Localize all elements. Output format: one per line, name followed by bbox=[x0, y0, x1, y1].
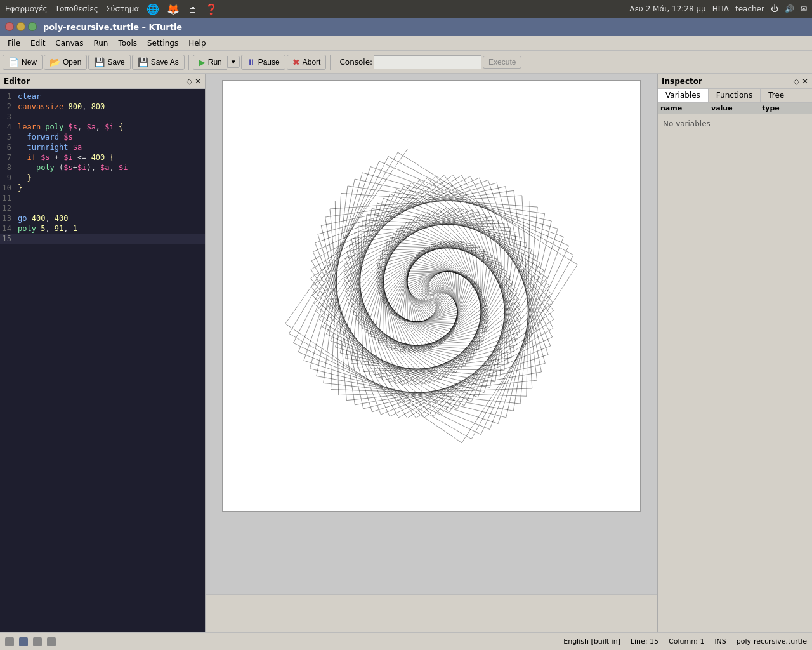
firefox-icon[interactable]: 🦊 bbox=[167, 3, 180, 15]
svg-line-388 bbox=[388, 157, 573, 255]
svg-line-168 bbox=[396, 331, 487, 350]
new-button[interactable]: 📄 New bbox=[3, 55, 43, 70]
line-content-4: learn poly $s, $a, $i { bbox=[15, 122, 205, 132]
svg-line-344 bbox=[318, 183, 497, 234]
tab-variables[interactable]: Variables bbox=[658, 89, 709, 102]
main-area: Editor ◇ ✕ 1 clear 2 canvassize 800, 800… bbox=[0, 74, 812, 632]
pause-icon: ⏸ bbox=[247, 57, 256, 67]
line-number-14: 14 bbox=[0, 223, 15, 234]
run-dropdown-button[interactable]: ▼ bbox=[227, 56, 240, 68]
run-button[interactable]: ▶ Run bbox=[193, 55, 227, 70]
menu-edit[interactable]: Edit bbox=[25, 37, 50, 49]
volume-icon[interactable]: 🔊 bbox=[785, 4, 794, 13]
svg-line-302 bbox=[457, 270, 544, 409]
inspector-tabs: Variables Functions Tree bbox=[658, 89, 812, 103]
svg-line-317 bbox=[436, 176, 553, 302]
close-button[interactable] bbox=[5, 22, 14, 31]
app-menu-system[interactable]: Σύστημα bbox=[106, 4, 140, 13]
power-icon[interactable]: ⏻ bbox=[771, 4, 778, 13]
svg-line-322 bbox=[416, 310, 554, 418]
svg-line-373 bbox=[506, 221, 552, 418]
taskbar-item-icon-1 bbox=[5, 637, 14, 646]
svg-line-108 bbox=[451, 277, 469, 335]
abort-icon: ✖ bbox=[292, 57, 300, 67]
line-content-12 bbox=[15, 203, 205, 213]
editor-panel: Editor ◇ ✕ 1 clear 2 canvassize 800, 800… bbox=[0, 74, 206, 632]
svg-line-36 bbox=[430, 282, 448, 295]
line-status: Line: 15 bbox=[631, 637, 658, 646]
svg-line-125 bbox=[384, 305, 441, 345]
code-area[interactable]: 1 clear 2 canvassize 800, 800 3 4 learn … bbox=[0, 89, 205, 632]
console-label: Console: bbox=[339, 58, 372, 67]
mail-icon[interactable]: ✉ bbox=[801, 4, 807, 13]
line-number-8: 8 bbox=[0, 162, 15, 173]
code-line-15: 15 bbox=[0, 234, 205, 244]
menu-settings[interactable]: Settings bbox=[142, 37, 183, 49]
line-content-9: } bbox=[15, 173, 205, 183]
code-line-8: 8 poly ($s+$i), $a, $i bbox=[0, 162, 205, 173]
editor-float-button[interactable]: ◇ bbox=[187, 77, 192, 86]
inspector-float-button[interactable]: ◇ bbox=[794, 77, 799, 86]
svg-line-116 bbox=[447, 282, 475, 340]
menu-tools[interactable]: Tools bbox=[113, 37, 142, 49]
chrome-icon[interactable]: 🌐 bbox=[147, 3, 159, 15]
line-content-7: if $s + $i <= 400 { bbox=[15, 152, 205, 162]
execute-button[interactable]: Execute bbox=[483, 56, 521, 69]
save-as-label: Save As bbox=[151, 58, 179, 67]
maximize-button[interactable] bbox=[28, 22, 37, 31]
line-number-11: 11 bbox=[0, 193, 15, 203]
help-icon[interactable]: ❓ bbox=[205, 3, 218, 15]
menu-file[interactable]: File bbox=[3, 37, 25, 49]
svg-line-52 bbox=[435, 275, 454, 300]
spiral-container: // Will be generated via JS below bbox=[223, 81, 640, 511]
app-menu-places[interactable]: Τοποθεσίες bbox=[55, 4, 98, 13]
menu-canvas[interactable]: Canvas bbox=[50, 37, 88, 49]
line-number-3: 3 bbox=[0, 112, 15, 122]
toolbar-separator-2 bbox=[330, 55, 331, 70]
col-header-name: name bbox=[660, 104, 711, 112]
console-input[interactable] bbox=[374, 55, 481, 69]
menu-run[interactable]: Run bbox=[88, 37, 113, 49]
inspector-close-button[interactable]: ✕ bbox=[802, 77, 808, 86]
open-icon: 📂 bbox=[49, 57, 60, 67]
tab-tree[interactable]: Tree bbox=[761, 89, 792, 102]
line-number-15: 15 bbox=[0, 234, 15, 244]
svg-line-142 bbox=[378, 242, 440, 290]
ins-status: INS bbox=[714, 637, 726, 646]
no-variables-text: No variables bbox=[663, 119, 710, 128]
save-button[interactable]: 💾 Save bbox=[88, 55, 130, 70]
taskbar-item-icon-4 bbox=[47, 637, 56, 646]
svg-line-333 bbox=[470, 176, 552, 337]
svg-line-268 bbox=[358, 226, 363, 371]
abort-button[interactable]: ✖ Abort bbox=[287, 55, 327, 70]
line-content-10: } bbox=[15, 183, 205, 193]
line-content-1: clear bbox=[15, 91, 205, 102]
code-line-2: 2 canvassize 800, 800 bbox=[0, 102, 205, 112]
pause-label: Pause bbox=[258, 58, 280, 67]
editor-close-button[interactable]: ✕ bbox=[195, 77, 201, 86]
new-icon: 📄 bbox=[8, 57, 19, 67]
line-content-2: canvassize 800, 800 bbox=[15, 102, 205, 112]
open-button[interactable]: 📂 Open bbox=[44, 55, 87, 70]
app-menu-apps[interactable]: Εφαρμογές bbox=[5, 4, 48, 13]
terminal-icon[interactable]: 🖥 bbox=[187, 3, 197, 15]
svg-line-188 bbox=[374, 340, 476, 354]
menu-help[interactable]: Help bbox=[183, 37, 211, 49]
editor-controls: ◇ ✕ bbox=[187, 77, 201, 86]
code-line-14: 14 poly 5, 91, 1 bbox=[0, 223, 205, 234]
line-number-9: 9 bbox=[0, 173, 15, 183]
inspector-header: Inspector ◇ ✕ bbox=[658, 74, 812, 89]
tab-functions[interactable]: Functions bbox=[709, 89, 761, 102]
svg-line-62 bbox=[409, 289, 425, 321]
svg-line-327 bbox=[311, 270, 407, 418]
status-right: English [built in] Line: 15 Column: 1 IN… bbox=[563, 637, 807, 646]
minimize-button[interactable] bbox=[16, 22, 25, 31]
svg-line-4 bbox=[430, 294, 435, 295]
svg-line-255 bbox=[383, 345, 516, 381]
svg-line-340 bbox=[315, 180, 488, 243]
save-as-button[interactable]: 💾 Save As bbox=[132, 55, 185, 70]
pause-button[interactable]: ⏸ Pause bbox=[241, 55, 285, 70]
svg-line-375 bbox=[310, 173, 362, 369]
svg-line-115 bbox=[417, 255, 475, 282]
svg-line-242 bbox=[459, 208, 521, 324]
